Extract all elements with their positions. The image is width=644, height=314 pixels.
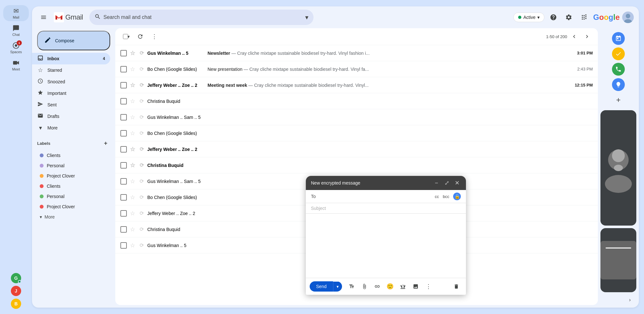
settings-button[interactable]: [562, 11, 575, 24]
insert-link-button[interactable]: [371, 281, 383, 292]
hamburger-menu-button[interactable]: [37, 11, 50, 24]
nav-item-drafts[interactable]: Drafts: [32, 111, 110, 122]
compose-minimize-button[interactable]: −: [433, 179, 440, 187]
table-row[interactable]: ☆ ⟳ Christina Buquid: [115, 157, 598, 173]
active-status-button[interactable]: Active ▾: [513, 12, 544, 22]
snooze-icon[interactable]: ⟳: [138, 50, 145, 56]
google-drive-button[interactable]: [397, 281, 409, 292]
table-row[interactable]: ☆ ⟳ Jeffery Weber .. Zoe .. 2: [115, 141, 598, 157]
star-icon[interactable]: ☆: [129, 146, 136, 153]
email-checkbox[interactable]: [120, 210, 127, 217]
keep-panel-button[interactable]: [612, 78, 625, 91]
contacts-panel-button[interactable]: [612, 63, 625, 76]
email-checkbox[interactable]: [120, 178, 127, 185]
compose-close-button[interactable]: ✕: [453, 179, 461, 187]
search-bar[interactable]: ▾: [89, 10, 314, 25]
help-button[interactable]: [547, 11, 560, 24]
snooze-icon[interactable]: ⟳: [138, 66, 145, 72]
snooze-icon[interactable]: ⟳: [138, 114, 145, 120]
email-checkbox[interactable]: [120, 162, 127, 169]
table-row[interactable]: ☆ ⟳ Gus Winkelman .. 5 Newsletter — Cray…: [115, 45, 598, 61]
refresh-button[interactable]: [135, 31, 146, 42]
label-clients2[interactable]: Clients: [37, 181, 108, 191]
insert-photo-button[interactable]: [410, 281, 421, 292]
attach-file-button[interactable]: [359, 281, 370, 292]
table-row[interactable]: ☆ ⟳ Jeffery Weber .. Zoe .. 2 Meeting ne…: [115, 77, 598, 93]
add-label-button[interactable]: +: [101, 139, 110, 148]
star-icon[interactable]: ☆: [129, 178, 136, 185]
snooze-icon[interactable]: ⟳: [138, 242, 145, 248]
star-icon[interactable]: ☆: [129, 210, 136, 217]
user-avatar-button[interactable]: [622, 12, 634, 23]
search-input[interactable]: [103, 14, 303, 20]
expand-panel-button[interactable]: ›: [625, 295, 635, 305]
email-checkbox[interactable]: [120, 242, 127, 249]
avatar-g[interactable]: G: [11, 273, 21, 283]
delete-draft-button[interactable]: [451, 281, 462, 292]
table-row[interactable]: ☆ ⟳ Bo Chen (Google Slides): [115, 125, 598, 141]
nav-item-sent[interactable]: Sent: [32, 99, 110, 111]
star-icon[interactable]: ☆: [129, 194, 136, 201]
nav-item-inbox[interactable]: Inbox 4: [32, 53, 110, 64]
snooze-icon[interactable]: ⟳: [138, 146, 145, 152]
compose-bcc-button[interactable]: bcc: [442, 194, 451, 200]
snooze-icon[interactable]: ⟳: [138, 82, 145, 88]
email-checkbox[interactable]: [120, 130, 127, 136]
email-checkbox[interactable]: [120, 226, 127, 233]
more-labels-button[interactable]: ▾ More: [37, 212, 110, 222]
compose-body-area[interactable]: [306, 214, 466, 278]
compose-to-input[interactable]: [323, 194, 431, 199]
star-icon[interactable]: ☆: [129, 162, 136, 169]
sidebar-item-spaces[interactable]: 1 Spaces: [3, 40, 29, 56]
compose-subject-input[interactable]: [311, 206, 461, 211]
avatar-b[interactable]: B: [11, 299, 21, 309]
email-checkbox[interactable]: [120, 98, 127, 104]
label-clients1[interactable]: Clients: [37, 150, 108, 161]
sidebar-item-mail[interactable]: ✉ Mail: [3, 5, 29, 21]
prev-page-button[interactable]: [568, 31, 580, 42]
snooze-icon[interactable]: ⟳: [138, 226, 145, 232]
snooze-icon[interactable]: ⟳: [138, 162, 145, 168]
email-checkbox[interactable]: [120, 146, 127, 153]
avatar-j[interactable]: J: [11, 286, 21, 296]
star-icon[interactable]: ☆: [129, 130, 136, 137]
search-dropdown-button[interactable]: ▾: [305, 13, 308, 21]
snooze-icon[interactable]: ⟳: [138, 194, 145, 200]
table-row[interactable]: ☆ ⟳ Bo Chen (Google Slides) New presenta…: [115, 61, 598, 77]
star-icon[interactable]: ☆: [129, 242, 136, 249]
next-page-button[interactable]: [581, 31, 593, 42]
star-icon[interactable]: ☆: [129, 98, 136, 105]
star-icon[interactable]: ☆: [129, 114, 136, 121]
insert-emoji-button[interactable]: 🙂: [384, 281, 396, 292]
snooze-icon[interactable]: ⟳: [138, 130, 145, 136]
star-icon[interactable]: ☆: [129, 82, 136, 89]
apps-button[interactable]: [578, 11, 591, 24]
email-checkbox[interactable]: [120, 50, 127, 56]
compose-header[interactable]: New encrypted message − ⤢ ✕: [306, 176, 466, 190]
sidebar-item-chat[interactable]: Chat: [3, 22, 29, 38]
table-row[interactable]: ☆ ⟳ Gus Winkelman .. Sam .. 5: [115, 109, 598, 125]
email-checkbox[interactable]: [120, 114, 127, 120]
nav-item-important[interactable]: Important: [32, 87, 110, 99]
compose-button[interactable]: Compose: [37, 31, 110, 50]
sidebar-item-meet[interactable]: Meet: [3, 57, 29, 73]
format-text-button[interactable]: [346, 281, 357, 292]
search-icon[interactable]: [94, 13, 101, 21]
compose-expand-button[interactable]: ⤢: [443, 179, 451, 187]
label-personal1[interactable]: Personal: [37, 161, 108, 171]
table-row[interactable]: ☆ ⟳ Christina Buquid: [115, 93, 598, 109]
label-personal2[interactable]: Personal: [37, 191, 108, 202]
more-options-footer-button[interactable]: ⋮: [423, 281, 434, 292]
add-panel-button[interactable]: +: [612, 94, 625, 106]
email-checkbox[interactable]: [120, 194, 127, 201]
nav-item-starred[interactable]: ☆ Starred: [32, 64, 110, 76]
email-checkbox[interactable]: [120, 82, 127, 88]
label-projectclover2[interactable]: Project Clover: [37, 202, 108, 212]
snooze-icon[interactable]: ⟳: [138, 98, 145, 104]
label-projectclover1[interactable]: Project Clover: [37, 171, 108, 181]
email-checkbox[interactable]: [120, 66, 127, 72]
nav-item-more[interactable]: ▾ More: [32, 122, 110, 134]
compose-cc-button[interactable]: cc: [434, 194, 440, 200]
snooze-icon[interactable]: ⟳: [138, 210, 145, 216]
snooze-icon[interactable]: ⟳: [138, 178, 145, 184]
